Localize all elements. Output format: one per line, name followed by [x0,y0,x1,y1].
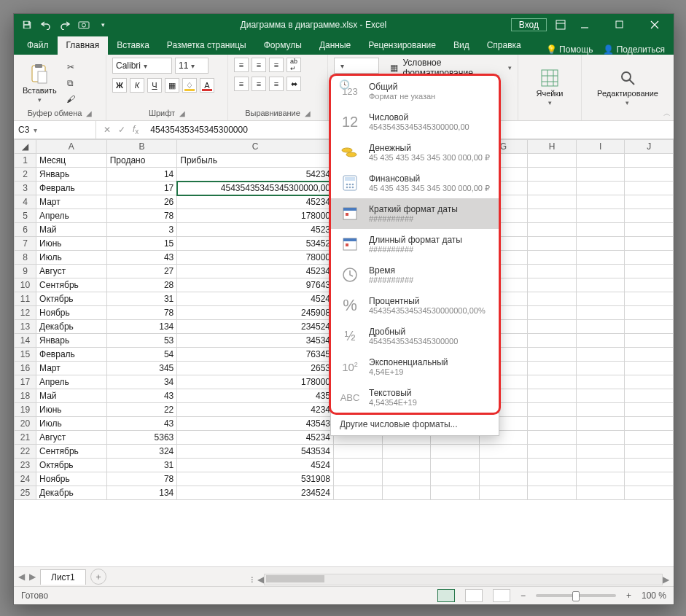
cell[interactable]: Март [36,362,107,375]
cell[interactable]: 78 [106,306,177,320]
cell[interactable]: 234524 [177,320,334,334]
row-header[interactable]: 20 [15,417,36,431]
number-format-combo[interactable]: ▾ [334,58,379,74]
bold-button[interactable]: Ж [112,78,127,93]
row-header[interactable]: 23 [15,459,36,472]
format-option[interactable]: ABCТекстовый4,54354E+19 [331,382,499,413]
share-button[interactable]: 👤 Поделиться [603,44,665,55]
more-formats-button[interactable]: Другие числовые форматы... [331,413,499,435]
format-option[interactable]: Время########## [331,260,499,290]
cell[interactable]: Октябрь [36,459,107,472]
sheet-tab[interactable]: Лист1 [40,569,86,585]
cell[interactable]: 45234 [177,265,334,278]
underline-button[interactable]: Ч [147,78,162,93]
row-header[interactable]: 1 [15,154,36,168]
zoom-level[interactable]: 100 % [642,590,666,601]
cell[interactable]: 53452 [177,237,334,251]
cell[interactable]: 43543 [177,417,334,431]
cell[interactable]: 17 [106,182,177,195]
dialog-launcher-icon[interactable]: ◢ [305,109,311,117]
format-painter-icon[interactable]: 🖌 [64,93,77,106]
cell[interactable]: Август [36,265,107,278]
column-header[interactable]: C [177,140,334,154]
cell[interactable]: 45234 [177,431,334,445]
camera-icon[interactable] [78,19,90,31]
accept-formula-icon[interactable]: ✓ [118,125,125,135]
cell[interactable]: 324 [106,445,177,459]
cells-button[interactable]: Ячейки ▾ [534,67,566,108]
cell[interactable]: 76345 [177,348,334,362]
cell[interactable]: Май [36,389,107,403]
cell[interactable]: 43 [106,417,177,431]
cell[interactable]: Октябрь [36,292,107,306]
cell[interactable]: 245908 [177,306,334,320]
tab-help[interactable]: Справка [478,36,530,55]
row-header[interactable]: 18 [15,389,36,403]
sheet-prev-icon[interactable]: ◀ [18,572,25,582]
row-header[interactable]: 5 [15,209,36,223]
cell[interactable]: 31 [106,292,177,306]
save-icon[interactable] [21,19,33,31]
cell[interactable]: Январь [36,334,107,348]
tab-data[interactable]: Данные [311,36,359,55]
cell[interactable]: Апрель [36,209,107,223]
format-option[interactable]: Краткий формат даты########## [331,198,499,229]
format-option[interactable]: Денежный45 435 435 345 345 300 000,00 ₽ [331,137,499,168]
fx-icon[interactable]: fx [133,124,139,136]
cell[interactable]: 4523 [177,223,334,237]
italic-button[interactable]: К [130,78,144,93]
dialog-launcher-icon[interactable]: ◢ [86,109,92,117]
cell[interactable]: Июнь [36,403,107,417]
cell[interactable]: Прибыль [177,154,334,168]
cell[interactable]: 45234 [177,195,334,209]
align-right-icon[interactable]: ≡ [269,77,284,91]
row-header[interactable]: 19 [15,403,36,417]
format-option[interactable]: %Процентный4543543534534530000000,00% [331,290,499,321]
format-option[interactable]: 102Экспоненциальный4,54E+19 [331,351,499,382]
cell[interactable]: 134 [106,486,177,500]
cell[interactable]: 54 [106,348,177,362]
merge-button[interactable]: ⬌ [287,77,301,91]
font-color-button[interactable]: А [200,78,214,93]
cell[interactable]: Август [36,431,107,445]
cell[interactable]: 134 [106,320,177,334]
cell[interactable]: Сентябрь [36,278,107,292]
row-header[interactable]: 7 [15,237,36,251]
align-center-icon[interactable]: ≡ [252,77,266,91]
collapse-ribbon-icon[interactable]: ︿ [663,109,671,119]
align-top-icon[interactable]: ≡ [234,58,249,72]
font-name-combo[interactable]: Calibri▾ [112,58,172,74]
row-header[interactable]: 8 [15,251,36,265]
cell[interactable]: 43 [106,389,177,403]
cell[interactable]: Март [36,195,107,209]
row-header[interactable]: 22 [15,445,36,459]
sheet-next-icon[interactable]: ▶ [29,572,36,582]
row-header[interactable]: 14 [15,334,36,348]
fill-color-button[interactable]: ♢ [182,78,197,93]
cell[interactable]: 15 [106,237,177,251]
wrap-text-icon[interactable]: ab↵ [287,58,301,72]
tab-view[interactable]: Вид [445,36,478,55]
column-header[interactable]: J [625,140,674,154]
align-bottom-icon[interactable]: ≡ [269,58,284,72]
cut-icon[interactable]: ✂ [64,61,77,74]
cell[interactable]: 543534 [177,445,334,459]
cell[interactable]: Июнь [36,237,107,251]
cell[interactable]: Ноябрь [36,472,107,486]
row-header[interactable]: 25 [15,486,36,500]
view-page-button[interactable] [465,589,483,602]
format-option[interactable]: 🕓123ОбщийФормат не указан [331,76,499,106]
row-header[interactable]: 12 [15,306,36,320]
name-box[interactable]: C3▾ [14,121,96,139]
copy-icon[interactable]: ⧉ [64,77,77,90]
tellme-button[interactable]: 💡 Помощь [546,44,593,55]
zoom-in-button[interactable]: + [626,590,631,601]
align-left-icon[interactable]: ≡ [234,77,249,91]
borders-button[interactable]: ▦ [165,78,179,93]
cell[interactable]: Ноябрь [36,306,107,320]
cell[interactable]: 4524 [177,292,334,306]
minimize-button[interactable] [569,14,601,36]
paste-button[interactable]: Вставить ▾ [20,61,60,105]
cell[interactable]: 5363 [106,431,177,445]
cell[interactable]: 4234 [177,403,334,417]
